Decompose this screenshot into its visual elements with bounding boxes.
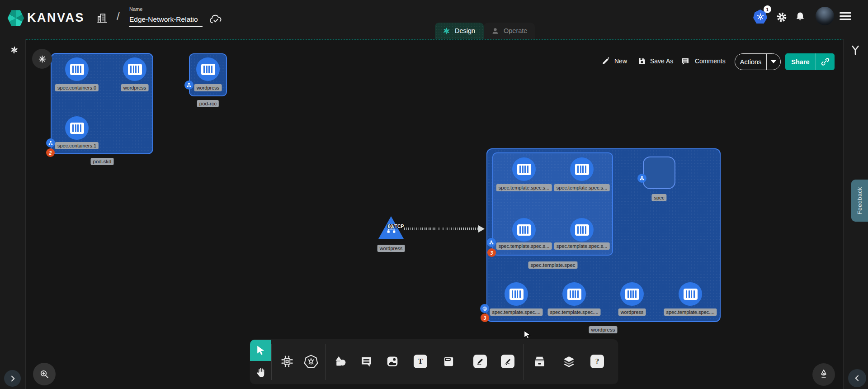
design-pinwheel-icon <box>442 27 451 35</box>
pen-tool-button[interactable] <box>471 352 489 370</box>
note-tool-button[interactable] <box>439 352 458 370</box>
node-container[interactable] <box>65 116 89 140</box>
user-avatar[interactable] <box>816 7 834 25</box>
comment-tool-button[interactable] <box>357 352 375 370</box>
node-label: spec.template.spec.s... <box>554 242 610 250</box>
actions-button[interactable]: Actions <box>735 53 781 70</box>
group-label: wordpress <box>589 326 617 333</box>
actions-button-label: Actions <box>735 58 766 66</box>
toolbar-divider <box>524 344 524 380</box>
new-button[interactable]: New <box>614 57 627 65</box>
kanvas-app: KANVAS / Name 1 Design Operate New <box>0 0 868 389</box>
pod-badge-icon[interactable] <box>46 138 55 147</box>
mouse-cursor <box>522 330 532 340</box>
mesh-badge-icon[interactable] <box>480 304 489 313</box>
issue-count-badge[interactable]: 3 <box>487 248 496 257</box>
note-icon <box>442 355 455 368</box>
archive-tool-button[interactable] <box>530 352 548 370</box>
shapes-tool-button[interactable] <box>331 352 349 370</box>
tab-design-label: Design <box>455 27 475 34</box>
select-tool-button[interactable] <box>250 340 271 361</box>
node-container[interactable] <box>562 282 586 306</box>
group-label: pod-skd <box>91 158 114 165</box>
actions-button-divider <box>766 54 767 70</box>
rail-pinwheel-icon[interactable] <box>9 45 19 55</box>
layers-tool-button[interactable] <box>560 352 578 370</box>
node-container[interactable] <box>65 57 89 81</box>
node-label: wordpress <box>377 245 405 252</box>
pen-icon <box>473 355 487 368</box>
text-icon: T <box>414 355 427 368</box>
node-container[interactable] <box>512 157 536 181</box>
node-label: wordpress <box>194 84 222 91</box>
node-container[interactable] <box>620 282 644 306</box>
container-icon <box>128 64 142 75</box>
hamburger-menu-icon[interactable] <box>840 12 851 20</box>
node-label: spec.template.spec.... <box>548 308 601 316</box>
pod-badge-icon[interactable] <box>184 81 193 90</box>
tab-operate[interactable]: Operate <box>484 23 535 39</box>
tab-design[interactable]: Design <box>435 23 484 39</box>
group-spec-template-spec[interactable] <box>492 152 613 256</box>
image-icon <box>386 355 399 368</box>
chevron-left-icon <box>853 374 862 383</box>
pod-badge-icon[interactable] <box>637 174 646 183</box>
pod-badge-icon[interactable] <box>487 238 496 247</box>
freehand-tool-button[interactable] <box>499 352 517 370</box>
toolbar-divider <box>271 344 272 380</box>
components-tool-button[interactable] <box>278 352 296 370</box>
settings-gear-icon[interactable] <box>776 11 788 23</box>
node-container[interactable] <box>123 57 146 81</box>
issue-count-badge[interactable]: 2 <box>46 148 55 157</box>
group-label: spec.template.spec <box>528 261 577 269</box>
node-container[interactable] <box>679 282 702 306</box>
edge-service-to-deployment[interactable] <box>404 228 480 230</box>
node-label: spec <box>651 194 666 201</box>
node-container[interactable] <box>570 157 594 181</box>
container-icon <box>567 289 581 300</box>
feedback-tab[interactable]: Feedback <box>851 180 868 222</box>
layers-icon <box>562 355 576 369</box>
new-pencil-icon[interactable] <box>601 57 610 66</box>
actions-caret-down-icon[interactable] <box>771 60 776 63</box>
kubernetes-icon <box>304 354 318 369</box>
issue-count-badge[interactable]: 3 <box>481 313 489 322</box>
context-count-badge: 1 <box>764 5 771 13</box>
pan-tool-button[interactable] <box>250 361 271 384</box>
edge-arrowhead <box>478 225 485 232</box>
snowflake-button[interactable] <box>32 49 52 69</box>
design-name-label: Name <box>129 6 142 12</box>
node-container[interactable] <box>570 218 594 242</box>
zoom-in-icon <box>39 369 50 380</box>
container-icon <box>70 123 84 134</box>
comments-button[interactable]: Comments <box>695 57 726 65</box>
share-link-icon[interactable] <box>821 57 830 66</box>
expand-left-panel-button[interactable] <box>4 370 21 387</box>
node-spec[interactable] <box>643 157 675 189</box>
node-label: wordpress <box>121 84 149 91</box>
chip-icon <box>280 355 294 368</box>
annotate-button[interactable] <box>812 363 835 386</box>
comments-icon[interactable] <box>680 57 690 66</box>
merge-y-icon[interactable] <box>850 45 861 56</box>
help-tool-button[interactable]: ? <box>588 352 606 370</box>
organization-icon[interactable] <box>96 12 108 24</box>
node-container[interactable] <box>505 282 528 306</box>
snowflake-icon <box>38 54 47 64</box>
image-tool-button[interactable] <box>383 352 401 370</box>
node-container[interactable] <box>196 57 220 81</box>
share-button[interactable]: Share <box>785 53 835 70</box>
node-label: spec.template.spec.s... <box>496 184 552 191</box>
zoom-button[interactable] <box>33 363 56 385</box>
notifications-bell-icon[interactable] <box>794 11 806 23</box>
container-icon <box>509 289 524 300</box>
kanvas-logo-icon[interactable] <box>7 9 24 27</box>
design-name-input[interactable] <box>129 14 203 27</box>
edge-port-label: 80/TCP <box>388 223 404 229</box>
collapse-right-panel-button[interactable] <box>848 369 866 387</box>
node-container[interactable] <box>512 218 536 242</box>
save-as-button[interactable]: Save As <box>650 57 673 65</box>
text-tool-button[interactable]: T <box>411 352 429 370</box>
kubernetes-tool-button[interactable] <box>302 352 320 370</box>
save-as-floppy-icon[interactable] <box>637 57 646 66</box>
